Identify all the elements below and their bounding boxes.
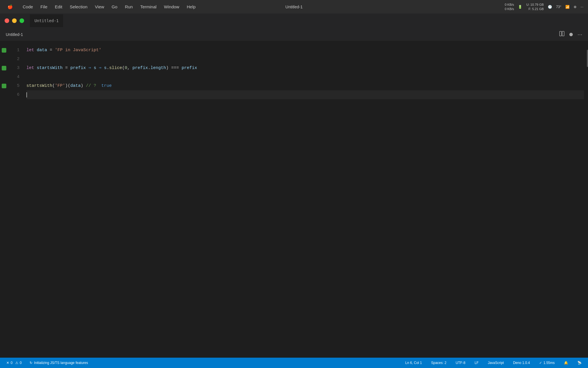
line-num-4: 4 xyxy=(8,72,20,81)
token-paren-3: ( xyxy=(52,81,55,90)
scrollbar-thumb[interactable] xyxy=(587,50,588,67)
check-icon: ✓ xyxy=(539,361,542,365)
gutter-icon-6 xyxy=(0,90,8,99)
line-num-3: 3 xyxy=(8,64,20,72)
token-data-ref: data xyxy=(70,81,81,90)
more-options-icon[interactable]: ··· xyxy=(577,31,582,38)
gutter-icon-2 xyxy=(0,55,8,64)
code-line-3: let startsWith = prefix ⇒ s ⇒ s.slice(0,… xyxy=(26,64,584,72)
line-num-6: 6 xyxy=(8,90,20,99)
token-num-0: 0 xyxy=(125,64,127,72)
menu-selection[interactable]: Selection xyxy=(67,3,90,10)
network-status: 0 KB/s0 KB/s xyxy=(505,3,514,11)
svg-rect-1 xyxy=(562,31,564,36)
lint-time[interactable]: ✓ 1.55ms xyxy=(537,360,556,365)
status-left: ✕ 0 ⚠ 0 ↻ Initializing JS/TS language fe… xyxy=(5,360,90,365)
control-center-icon[interactable]: ⊕ xyxy=(574,5,577,9)
debug-breakpoint-1[interactable] xyxy=(2,48,6,53)
error-num: 0 xyxy=(11,361,13,365)
more-menu-icon[interactable]: ··· xyxy=(581,5,583,9)
token-true: true xyxy=(99,81,112,90)
error-count[interactable]: ✕ 0 ⚠ 0 xyxy=(5,360,23,365)
code-line-4 xyxy=(26,72,584,81)
unsaved-dot-icon xyxy=(569,33,573,36)
token-prefix-1: prefix xyxy=(70,64,86,72)
menu-code[interactable]: Code xyxy=(20,3,36,10)
token-str-fp: 'FP' xyxy=(55,81,65,90)
menu-view[interactable]: View xyxy=(92,3,107,10)
status-bar: ✕ 0 ⚠ 0 ↻ Initializing JS/TS language fe… xyxy=(0,358,588,368)
token-sp-1 xyxy=(86,64,88,72)
menu-window[interactable]: Window xyxy=(161,3,182,10)
tab-title: Untitled-1 xyxy=(34,18,59,23)
menu-terminal[interactable]: Terminal xyxy=(137,3,159,10)
token-prefix-2: prefix xyxy=(132,64,148,72)
gutter-icon-4 xyxy=(0,72,8,81)
token-sp-2 xyxy=(91,64,94,72)
code-editor[interactable]: let data = 'FP in JavaScript' let starts… xyxy=(25,41,584,359)
token-comment: // ? xyxy=(86,81,99,90)
warning-icon: ⚠ xyxy=(15,361,18,365)
token-paren-1: ( xyxy=(122,64,125,72)
apple-menu[interactable]: 🍎 xyxy=(5,3,16,11)
editor-file-title: Untitled-1 xyxy=(6,32,23,37)
debug-breakpoint-3[interactable] xyxy=(2,66,6,70)
gutter-icon-1 xyxy=(0,46,8,55)
token-eq-3: = xyxy=(63,64,70,72)
menu-bar: 🍎 Code File Edit Selection View Go Run T… xyxy=(0,0,588,14)
cursor-position[interactable]: Ln 6, Col 1 xyxy=(403,360,423,365)
token-kw-3: let xyxy=(26,64,37,72)
code-line-1: let data = 'FP in JavaScript' xyxy=(26,46,584,55)
token-arrow-2: ⇒ xyxy=(99,64,101,72)
line-ending[interactable]: LF xyxy=(473,360,480,365)
menu-edit[interactable]: Edit xyxy=(52,3,65,10)
token-sp-4 xyxy=(101,64,104,72)
token-slice: slice xyxy=(109,64,122,72)
menu-run[interactable]: Run xyxy=(122,3,136,10)
menu-file[interactable]: File xyxy=(38,3,50,10)
debug-breakpoint-5[interactable] xyxy=(2,84,6,88)
menu-bar-right: 0 KB/s0 KB/s 🔋 U: 10.79 GBF: 5.21 GB 🕐 7… xyxy=(505,3,583,11)
editor-toolbar: Untitled-1 ··· xyxy=(0,28,588,41)
menu-help[interactable]: Help xyxy=(184,3,198,10)
token-s-2: s xyxy=(104,64,107,72)
language-mode[interactable]: JavaScript xyxy=(486,360,506,365)
minimize-button[interactable] xyxy=(12,18,17,23)
editor-area: 1 2 3 4 5 6 let data = 'FP in JavaScript… xyxy=(0,41,588,359)
token-sp-3 xyxy=(96,64,99,72)
line-num-1: 1 xyxy=(8,46,20,55)
storage-status: U: 10.79 GBF: 5.21 GB xyxy=(526,3,544,11)
language-status[interactable]: ↻ Initializing JS/TS language features xyxy=(28,360,90,365)
cursor xyxy=(26,92,27,97)
status-right: Ln 6, Col 1 Spaces: 2 UTF-8 LF JavaScrip… xyxy=(403,360,583,365)
temperature: 73° xyxy=(556,5,561,9)
warning-num: 0 xyxy=(20,361,22,365)
maximize-button[interactable] xyxy=(20,18,24,23)
token-str-1: 'FP in JavaScript' xyxy=(55,46,101,55)
encoding[interactable]: UTF-8 xyxy=(454,360,467,365)
gutter-icon-3 xyxy=(0,64,8,72)
indentation[interactable]: Spaces: 2 xyxy=(430,360,448,365)
split-editor-icon[interactable] xyxy=(559,31,565,38)
token-var-startswith: startsWith xyxy=(37,64,63,72)
token-paren-5: ) xyxy=(81,81,86,90)
editor-tab[interactable]: Untitled-1 xyxy=(30,14,63,27)
menu-go[interactable]: Go xyxy=(109,3,120,10)
gutter-icons xyxy=(0,41,8,359)
language-status-text: Initializing JS/TS language features xyxy=(34,361,88,365)
close-button[interactable] xyxy=(5,18,9,23)
code-line-5: startsWith('FP')(data) // ? true xyxy=(26,81,584,90)
battery-icon: 🔋 xyxy=(518,5,522,9)
token-dot-1: . xyxy=(107,64,109,72)
gutter-icon-5 xyxy=(0,81,8,90)
broadcast-icon[interactable]: 📡 xyxy=(576,360,583,365)
token-dot-2: . xyxy=(148,64,150,72)
sync-icon: ↻ xyxy=(30,361,32,365)
code-line-6 xyxy=(26,90,584,99)
token-eq-op: === xyxy=(171,64,179,72)
line-num-5: 5 xyxy=(8,81,20,90)
token-sp-5 xyxy=(179,64,181,72)
runtime-version[interactable]: Deno 1.0.4 xyxy=(511,360,532,365)
editor-scrollbar[interactable] xyxy=(584,41,588,359)
notification-bell-icon[interactable]: 🔔 xyxy=(562,360,570,365)
